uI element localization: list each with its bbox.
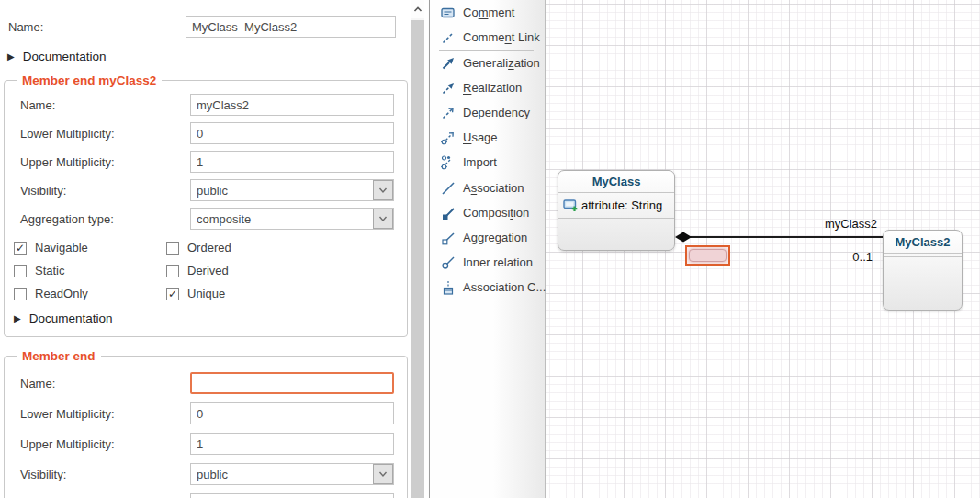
expand-triangle-icon: ▶ [14, 313, 21, 323]
palette-item-generalization[interactable]: Generalization [430, 51, 545, 75]
visibility-label: Visibility: [17, 184, 190, 198]
association-multiplicity-label: 0..1 [821, 250, 873, 264]
member1-name-input[interactable] [190, 94, 394, 116]
member2-visibility-select[interactable]: public [190, 463, 394, 485]
lower-multiplicity-label: Lower Multiplicity: [17, 407, 190, 421]
documentation-label: Documentation [23, 50, 107, 63]
association-class-icon [440, 279, 456, 296]
aggregation-type-label: Aggregation type: [17, 212, 190, 226]
upper-multiplicity-label: Upper Multiplicity: [17, 155, 190, 169]
member-end-myclass2-group: Member end myClass2 Name: Lower Multipli… [4, 74, 408, 337]
member1-lower-multiplicity-input[interactable] [190, 122, 394, 144]
scrollbar-thumb[interactable] [411, 20, 424, 498]
member1-flags: ✓ Navigable Ordered Static Derived ReadO… [14, 241, 398, 300]
uml-class-myclass2[interactable]: MyClass2 [883, 230, 963, 311]
checkbox-readonly[interactable]: ReadOnly [14, 287, 166, 300]
palette-item-inner-relation[interactable]: Inner relation [430, 250, 545, 275]
association-end-name-label: myClass2 [775, 217, 877, 231]
checkbox-box[interactable] [14, 288, 27, 300]
checkbox-unique[interactable]: ✓ Unique [166, 287, 398, 300]
uml-class-myclass[interactable]: MyClass attribute: String [558, 170, 675, 251]
inline-edit-selection [689, 249, 727, 262]
palette-item-comment-link[interactable]: Comment Link [430, 25, 545, 50]
chevron-down-icon[interactable] [373, 464, 393, 484]
attribute-text: attribute: String [581, 198, 662, 212]
properties-panel: Name: ▶ Documentation Member end myClass… [0, 0, 411, 498]
visibility-label: Visibility: [17, 468, 190, 481]
palette-item-association-class[interactable]: Association C... [430, 275, 545, 300]
member2-next-select-cutoff[interactable] [190, 493, 394, 498]
member2-lower-multiplicity-input[interactable] [190, 402, 394, 424]
import-icon [440, 154, 456, 171]
class-attribute-section [884, 254, 962, 257]
checkbox-label: Derived [187, 264, 229, 277]
member2-upper-multiplicity-input[interactable] [190, 433, 394, 455]
checkbox-box[interactable] [14, 265, 27, 277]
expand-triangle-icon: ▶ [7, 51, 15, 62]
properties-scrollbar[interactable] [411, 0, 424, 498]
comment-link-icon [440, 29, 456, 46]
diagram-canvas[interactable]: MyClass attribute: String myClass2 0..1 … [546, 0, 980, 498]
palette-item-comment[interactable]: Comment [430, 0, 545, 25]
association-icon [440, 180, 456, 197]
documentation-toggle[interactable]: ▶ Documentation [6, 50, 406, 63]
palette-item-dependency[interactable]: Dependency [430, 100, 545, 125]
member-end-legend: Member end [17, 349, 101, 363]
member-end-myclass2-legend: Member end myClass2 [17, 74, 162, 87]
chevron-up-icon [412, 5, 423, 14]
association-name-input[interactable] [186, 16, 396, 38]
checkbox-navigable[interactable]: ✓ Navigable [14, 241, 166, 255]
checkbox-label: Ordered [187, 241, 231, 255]
aggregation-icon [440, 230, 456, 246]
member1-documentation-toggle[interactable]: ▶ Documentation [12, 311, 400, 325]
class-title: MyClass2 [884, 231, 962, 254]
name-label: Name: [17, 98, 190, 112]
checkbox-derived[interactable]: Derived [166, 264, 398, 277]
generalization-icon [440, 55, 456, 72]
checkbox-box[interactable]: ✓ [14, 242, 27, 255]
palette-item-aggregation[interactable]: Aggregation [430, 225, 545, 250]
upper-multiplicity-label: Upper Multiplicity: [17, 437, 190, 451]
inline-edit-box[interactable] [685, 245, 730, 266]
inner-relation-icon [440, 255, 456, 271]
palette-item-realization[interactable]: Realization [430, 75, 545, 100]
member-end-group: Member end Name: Lower Multiplicity: Upp… [4, 349, 408, 498]
checkbox-label: ReadOnly [35, 287, 88, 300]
checkbox-box[interactable] [166, 265, 179, 277]
checkbox-static[interactable]: Static [14, 264, 166, 277]
association-name-label: Name: [6, 20, 186, 34]
checkbox-label: Static [35, 264, 65, 277]
member1-aggregation-select[interactable]: composite [190, 208, 394, 230]
class-title: MyClass [558, 171, 674, 193]
member1-upper-multiplicity-input[interactable] [190, 151, 394, 173]
class-attribute-row[interactable]: attribute: String [558, 193, 674, 219]
scroll-up-button[interactable] [411, 0, 424, 18]
comment-icon [440, 5, 456, 21]
realization-icon [440, 80, 456, 96]
checkbox-box[interactable]: ✓ [166, 288, 179, 300]
composition-icon [440, 205, 456, 221]
documentation-label: Documentation [29, 311, 113, 325]
tool-palette: Comment Comment Link Generalization Real… [429, 0, 546, 498]
dependency-icon [440, 105, 456, 121]
checkbox-box[interactable] [166, 242, 179, 255]
checkbox-label: Navigable [35, 241, 88, 255]
palette-item-usage[interactable]: Usage [430, 125, 545, 150]
composite-diamond-icon [675, 232, 692, 243]
checkbox-ordered[interactable]: Ordered [166, 241, 398, 255]
usage-icon [440, 130, 456, 146]
palette-item-composition[interactable]: Composition [430, 200, 545, 225]
text-caret [197, 376, 197, 390]
member1-visibility-select[interactable]: public [190, 179, 394, 201]
attribute-icon [563, 198, 579, 212]
palette-item-import[interactable]: Import [430, 150, 545, 175]
lower-multiplicity-label: Lower Multiplicity: [17, 127, 190, 141]
name-label: Name: [17, 377, 190, 390]
palette-item-association[interactable]: Association [430, 175, 545, 200]
checkbox-label: Unique [187, 287, 225, 300]
member2-name-input[interactable] [190, 372, 394, 394]
chevron-down-icon[interactable] [373, 180, 393, 200]
chevron-down-icon[interactable] [373, 209, 393, 229]
